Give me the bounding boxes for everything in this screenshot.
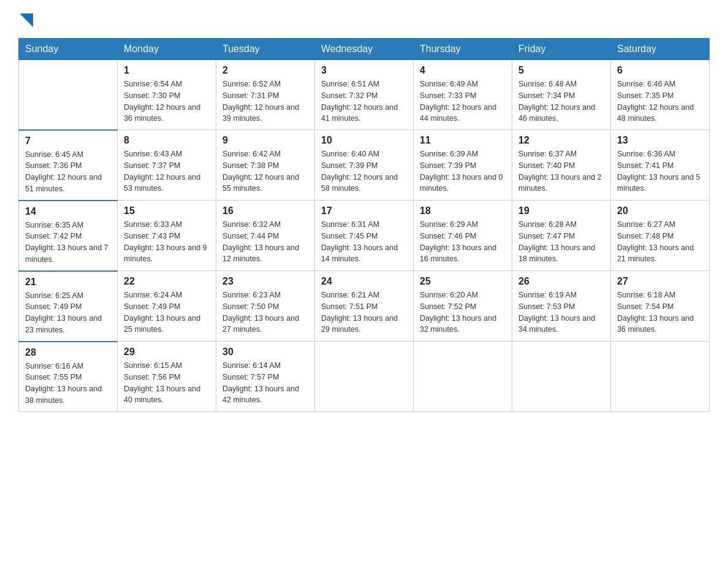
day-number: 14	[25, 206, 111, 217]
calendar-cell	[19, 60, 118, 130]
weekday-header-wednesday: Wednesday	[315, 39, 414, 60]
calendar-cell	[512, 342, 611, 412]
day-number: 13	[617, 135, 703, 146]
calendar-week-row: 21Sunrise: 6:25 AMSunset: 7:49 PMDayligh…	[19, 271, 710, 342]
calendar-cell: 22Sunrise: 6:24 AMSunset: 7:49 PMDayligh…	[118, 271, 216, 342]
calendar-cell: 2Sunrise: 6:52 AMSunset: 7:31 PMDaylight…	[216, 60, 315, 130]
calendar-cell: 29Sunrise: 6:15 AMSunset: 7:56 PMDayligh…	[118, 342, 216, 412]
day-info: Sunrise: 6:36 AMSunset: 7:41 PMDaylight:…	[617, 148, 703, 194]
day-info: Sunrise: 6:48 AMSunset: 7:34 PMDaylight:…	[518, 79, 604, 124]
day-number: 28	[25, 347, 111, 358]
logo-triangle-icon	[20, 13, 33, 27]
day-info: Sunrise: 6:45 AMSunset: 7:36 PMDaylight:…	[25, 149, 111, 195]
calendar-cell: 5Sunrise: 6:48 AMSunset: 7:34 PMDaylight…	[512, 60, 611, 130]
day-info: Sunrise: 6:28 AMSunset: 7:47 PMDaylight:…	[518, 219, 604, 265]
calendar-cell: 9Sunrise: 6:42 AMSunset: 7:38 PMDaylight…	[216, 130, 315, 201]
weekday-header-thursday: Thursday	[414, 39, 512, 60]
day-number: 7	[25, 136, 111, 147]
calendar-cell: 27Sunrise: 6:18 AMSunset: 7:54 PMDayligh…	[611, 271, 710, 342]
day-info: Sunrise: 6:51 AMSunset: 7:32 PMDaylight:…	[321, 79, 407, 124]
calendar-week-row: 1Sunrise: 6:54 AMSunset: 7:30 PMDaylight…	[19, 60, 710, 130]
day-number: 27	[617, 276, 703, 287]
day-number: 22	[124, 276, 210, 287]
day-info: Sunrise: 6:39 AMSunset: 7:39 PMDaylight:…	[420, 148, 506, 194]
calendar-cell: 25Sunrise: 6:20 AMSunset: 7:52 PMDayligh…	[414, 271, 512, 342]
calendar-cell: 30Sunrise: 6:14 AMSunset: 7:57 PMDayligh…	[216, 342, 315, 412]
calendar-cell: 4Sunrise: 6:49 AMSunset: 7:33 PMDaylight…	[414, 60, 512, 130]
day-info: Sunrise: 6:25 AMSunset: 7:49 PMDaylight:…	[25, 290, 111, 336]
day-number: 16	[222, 205, 308, 216]
day-number: 9	[222, 135, 308, 146]
day-number: 10	[321, 135, 407, 146]
weekday-header-friday: Friday	[512, 39, 611, 60]
calendar-cell: 16Sunrise: 6:32 AMSunset: 7:44 PMDayligh…	[216, 201, 315, 271]
day-info: Sunrise: 6:54 AMSunset: 7:30 PMDaylight:…	[124, 79, 210, 124]
calendar-header-row: SundayMondayTuesdayWednesdayThursdayFrid…	[19, 39, 710, 60]
day-number: 1	[124, 65, 210, 76]
day-info: Sunrise: 6:46 AMSunset: 7:35 PMDaylight:…	[617, 79, 703, 124]
calendar-cell: 3Sunrise: 6:51 AMSunset: 7:32 PMDaylight…	[315, 60, 414, 130]
day-number: 26	[518, 276, 604, 287]
calendar-cell: 12Sunrise: 6:37 AMSunset: 7:40 PMDayligh…	[512, 130, 611, 201]
calendar-cell: 10Sunrise: 6:40 AMSunset: 7:39 PMDayligh…	[315, 130, 414, 201]
calendar-cell: 7Sunrise: 6:45 AMSunset: 7:36 PMDaylight…	[19, 130, 118, 201]
page-header	[18, 12, 710, 27]
calendar-cell: 23Sunrise: 6:23 AMSunset: 7:50 PMDayligh…	[216, 271, 315, 342]
calendar-cell: 19Sunrise: 6:28 AMSunset: 7:47 PMDayligh…	[512, 201, 611, 271]
day-number: 15	[124, 205, 210, 216]
calendar-cell: 20Sunrise: 6:27 AMSunset: 7:48 PMDayligh…	[611, 201, 710, 271]
day-info: Sunrise: 6:29 AMSunset: 7:46 PMDaylight:…	[420, 219, 506, 265]
calendar-week-row: 28Sunrise: 6:16 AMSunset: 7:55 PMDayligh…	[19, 342, 710, 412]
day-number: 12	[518, 135, 604, 146]
day-number: 4	[420, 65, 506, 76]
day-info: Sunrise: 6:33 AMSunset: 7:43 PMDaylight:…	[124, 219, 210, 265]
calendar-cell: 11Sunrise: 6:39 AMSunset: 7:39 PMDayligh…	[414, 130, 512, 201]
calendar-cell: 6Sunrise: 6:46 AMSunset: 7:35 PMDaylight…	[611, 60, 710, 130]
day-info: Sunrise: 6:40 AMSunset: 7:39 PMDaylight:…	[321, 148, 407, 194]
calendar-table: SundayMondayTuesdayWednesdayThursdayFrid…	[18, 38, 710, 412]
day-number: 11	[420, 135, 506, 146]
calendar-cell: 1Sunrise: 6:54 AMSunset: 7:30 PMDaylight…	[118, 60, 216, 130]
day-number: 5	[518, 65, 604, 76]
day-info: Sunrise: 6:49 AMSunset: 7:33 PMDaylight:…	[420, 79, 506, 124]
day-number: 19	[518, 205, 604, 216]
day-number: 6	[617, 65, 703, 76]
day-number: 23	[222, 276, 308, 287]
day-info: Sunrise: 6:15 AMSunset: 7:56 PMDaylight:…	[124, 360, 210, 406]
day-info: Sunrise: 6:14 AMSunset: 7:57 PMDaylight:…	[222, 360, 308, 406]
day-info: Sunrise: 6:24 AMSunset: 7:49 PMDaylight:…	[124, 289, 210, 335]
day-info: Sunrise: 6:20 AMSunset: 7:52 PMDaylight:…	[420, 289, 506, 335]
calendar-cell: 26Sunrise: 6:19 AMSunset: 7:53 PMDayligh…	[512, 271, 611, 342]
calendar-cell: 24Sunrise: 6:21 AMSunset: 7:51 PMDayligh…	[315, 271, 414, 342]
day-number: 21	[25, 277, 111, 288]
day-info: Sunrise: 6:42 AMSunset: 7:38 PMDaylight:…	[222, 148, 308, 194]
day-number: 18	[420, 205, 506, 216]
calendar-cell: 28Sunrise: 6:16 AMSunset: 7:55 PMDayligh…	[19, 342, 118, 412]
calendar-cell	[414, 342, 512, 412]
weekday-header-saturday: Saturday	[611, 39, 710, 60]
day-info: Sunrise: 6:32 AMSunset: 7:44 PMDaylight:…	[222, 219, 308, 265]
calendar-cell: 13Sunrise: 6:36 AMSunset: 7:41 PMDayligh…	[611, 130, 710, 201]
day-number: 20	[617, 205, 703, 216]
day-info: Sunrise: 6:27 AMSunset: 7:48 PMDaylight:…	[617, 219, 703, 265]
calendar-cell: 21Sunrise: 6:25 AMSunset: 7:49 PMDayligh…	[19, 271, 118, 342]
day-number: 2	[222, 65, 308, 76]
day-info: Sunrise: 6:43 AMSunset: 7:37 PMDaylight:…	[124, 148, 210, 194]
day-info: Sunrise: 6:52 AMSunset: 7:31 PMDaylight:…	[222, 79, 308, 124]
day-info: Sunrise: 6:16 AMSunset: 7:55 PMDaylight:…	[25, 361, 111, 407]
day-info: Sunrise: 6:35 AMSunset: 7:42 PMDaylight:…	[25, 220, 111, 266]
day-number: 30	[222, 347, 308, 358]
calendar-cell: 14Sunrise: 6:35 AMSunset: 7:42 PMDayligh…	[19, 201, 118, 271]
svg-marker-0	[20, 13, 33, 27]
day-number: 29	[124, 347, 210, 358]
day-info: Sunrise: 6:31 AMSunset: 7:45 PMDaylight:…	[321, 219, 407, 265]
day-info: Sunrise: 6:19 AMSunset: 7:53 PMDaylight:…	[518, 289, 604, 335]
calendar-cell: 8Sunrise: 6:43 AMSunset: 7:37 PMDaylight…	[118, 130, 216, 201]
logo	[18, 12, 33, 27]
calendar-cell	[315, 342, 414, 412]
calendar-week-row: 14Sunrise: 6:35 AMSunset: 7:42 PMDayligh…	[19, 201, 710, 271]
day-info: Sunrise: 6:37 AMSunset: 7:40 PMDaylight:…	[518, 148, 604, 194]
weekday-header-monday: Monday	[118, 39, 216, 60]
calendar-cell: 18Sunrise: 6:29 AMSunset: 7:46 PMDayligh…	[414, 201, 512, 271]
day-info: Sunrise: 6:18 AMSunset: 7:54 PMDaylight:…	[617, 289, 703, 335]
